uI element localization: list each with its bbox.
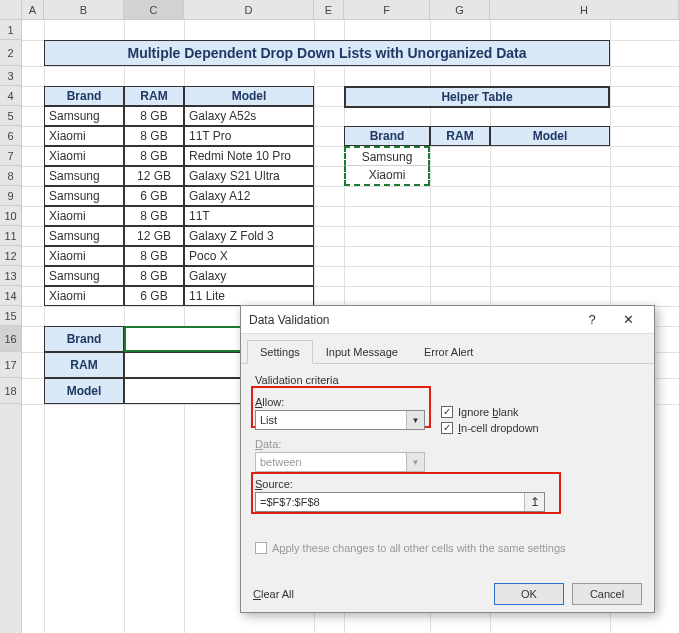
tab-input-message[interactable]: Input Message [313, 340, 411, 364]
cell-model[interactable]: 11 Lite [184, 286, 314, 306]
chevron-down-icon: ▼ [406, 453, 424, 471]
row-headers: 1 2 3 4 5 6 7 8 9 10 11 12 13 14 15 16 1… [0, 20, 22, 633]
row-header[interactable]: 12 [0, 246, 21, 266]
criteria-label: Validation criteria [255, 374, 640, 386]
helper-cell[interactable]: Xiaomi [344, 166, 430, 186]
cell-ram[interactable]: 12 GB [124, 166, 184, 186]
form-label-model: Model [44, 378, 124, 404]
cell-model[interactable]: Galaxy S21 Ultra [184, 166, 314, 186]
cell-ram[interactable]: 8 GB [124, 126, 184, 146]
row-header[interactable]: 15 [0, 306, 21, 326]
source-value: =$F$7:$F$8 [260, 496, 320, 508]
cell-model[interactable]: Galaxy Z Fold 3 [184, 226, 314, 246]
row-header[interactable]: 13 [0, 266, 21, 286]
row-header[interactable]: 4 [0, 86, 21, 106]
cell-ram[interactable]: 8 GB [124, 206, 184, 226]
cell-brand[interactable]: Samsung [44, 186, 124, 206]
cell-ram[interactable]: 8 GB [124, 246, 184, 266]
col-header[interactable]: C [124, 0, 184, 19]
apply-checkbox [255, 542, 267, 554]
cell-ram[interactable]: 6 GB [124, 186, 184, 206]
cell-model[interactable]: Galaxy A12 [184, 186, 314, 206]
data-validation-dialog: Data Validation ? ✕ Settings Input Messa… [240, 305, 655, 613]
row-header[interactable]: 2 [0, 40, 21, 66]
allow-value: List [260, 414, 277, 426]
cell-brand[interactable]: Samsung [44, 106, 124, 126]
col-header[interactable]: G [430, 0, 490, 19]
cell-model[interactable]: Galaxy [184, 266, 314, 286]
helper-header-brand: Brand [344, 126, 430, 146]
cell-ram[interactable]: 8 GB [124, 106, 184, 126]
dialog-titlebar[interactable]: Data Validation ? ✕ [241, 306, 654, 334]
data-value: between [260, 456, 302, 468]
ignore-blank-label: Ignore blank [458, 406, 519, 418]
in-cell-dropdown-label: In-cell dropdown [458, 422, 539, 434]
col-header[interactable]: H [490, 0, 679, 19]
row-header[interactable]: 6 [0, 126, 21, 146]
dialog-title: Data Validation [249, 306, 574, 334]
col-header[interactable]: F [344, 0, 430, 19]
allow-combo[interactable]: List ▼ [255, 410, 425, 430]
form-label-ram: RAM [44, 352, 124, 378]
row-header[interactable]: 18 [0, 378, 21, 404]
cell-ram[interactable]: 8 GB [124, 146, 184, 166]
table-header-brand: Brand [44, 86, 124, 106]
data-label: Data: [255, 438, 425, 450]
cell-model[interactable]: Poco X [184, 246, 314, 266]
cell-model[interactable]: 11T Pro [184, 126, 314, 146]
col-header[interactable]: D [184, 0, 314, 19]
tab-error-alert[interactable]: Error Alert [411, 340, 487, 364]
cell-brand[interactable]: Samsung [44, 166, 124, 186]
cell-ram[interactable]: 6 GB [124, 286, 184, 306]
cell-model[interactable]: Redmi Note 10 Pro [184, 146, 314, 166]
tab-settings[interactable]: Settings [247, 340, 313, 364]
help-button[interactable]: ? [574, 306, 610, 334]
row-header[interactable]: 9 [0, 186, 21, 206]
cell-brand[interactable]: Xiaomi [44, 206, 124, 226]
row-header[interactable]: 17 [0, 352, 21, 378]
select-all-corner[interactable] [0, 0, 22, 19]
cell-brand[interactable]: Samsung [44, 266, 124, 286]
close-button[interactable]: ✕ [610, 306, 646, 334]
col-header[interactable]: B [44, 0, 124, 19]
cancel-button[interactable]: Cancel [572, 583, 642, 605]
col-header[interactable]: A [22, 0, 44, 19]
col-header[interactable]: E [314, 0, 344, 19]
table-header-model: Model [184, 86, 314, 106]
helper-table-title: Helper Table [344, 86, 610, 108]
cell-brand[interactable]: Samsung [44, 226, 124, 246]
chevron-down-icon[interactable]: ▼ [406, 411, 424, 429]
row-header[interactable]: 11 [0, 226, 21, 246]
cell-ram[interactable]: 8 GB [124, 266, 184, 286]
row-header[interactable]: 1 [0, 20, 21, 40]
cell-model[interactable]: Galaxy A52s [184, 106, 314, 126]
row-header[interactable]: 5 [0, 106, 21, 126]
range-selector-icon[interactable]: ↥ [524, 493, 544, 511]
cell-brand[interactable]: Xiaomi [44, 126, 124, 146]
sheet-title: Multiple Dependent Drop Down Lists with … [44, 40, 610, 66]
in-cell-dropdown-checkbox[interactable]: ✓ [441, 422, 453, 434]
cell-ram[interactable]: 12 GB [124, 226, 184, 246]
cell-brand[interactable]: Xiaomi [44, 146, 124, 166]
ignore-blank-checkbox[interactable]: ✓ [441, 406, 453, 418]
form-label-brand: Brand [44, 326, 124, 352]
helper-cell[interactable]: Samsung [344, 146, 430, 166]
ok-button[interactable]: OK [494, 583, 564, 605]
row-header[interactable]: 10 [0, 206, 21, 226]
row-header[interactable]: 8 [0, 166, 21, 186]
source-input[interactable]: =$F$7:$F$8 ↥ [255, 492, 545, 512]
column-headers: A B C D E F G H [0, 0, 679, 20]
row-header[interactable]: 3 [0, 66, 21, 86]
apply-label: Apply these changes to all other cells w… [272, 542, 566, 554]
cell-brand[interactable]: Xiaomi [44, 246, 124, 266]
dialog-tabs: Settings Input Message Error Alert [241, 340, 654, 364]
row-header[interactable]: 16 [0, 326, 21, 352]
clear-all-button[interactable]: Clear All [253, 588, 294, 600]
row-header[interactable]: 7 [0, 146, 21, 166]
row-header[interactable]: 14 [0, 286, 21, 306]
helper-header-model: Model [490, 126, 610, 146]
data-combo: between ▼ [255, 452, 425, 472]
cell-brand[interactable]: Xiaomi [44, 286, 124, 306]
helper-header-ram: RAM [430, 126, 490, 146]
cell-model[interactable]: 11T [184, 206, 314, 226]
